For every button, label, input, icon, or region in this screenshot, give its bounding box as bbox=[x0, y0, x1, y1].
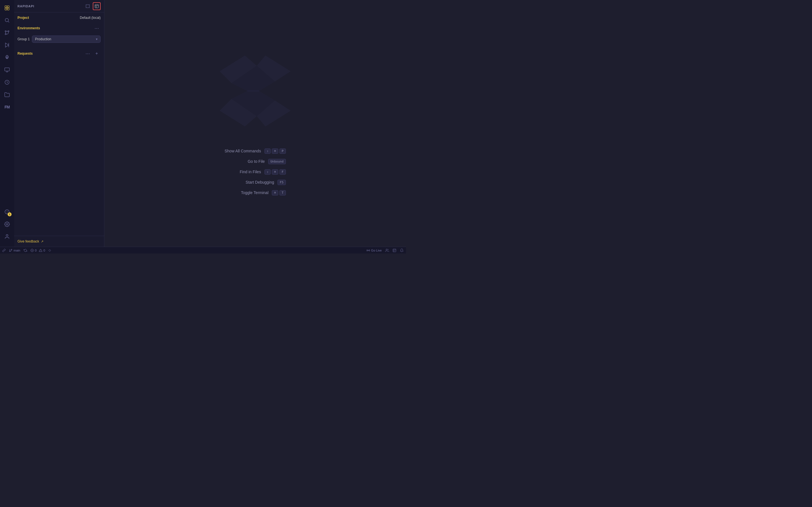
key-cmd: ⌘ bbox=[272, 149, 278, 154]
sidebar-content: Project Default (local) Environments ⋯ G… bbox=[14, 12, 104, 236]
go-live-button[interactable]: Go Live bbox=[366, 249, 382, 252]
notification-badge: 1 bbox=[8, 212, 11, 216]
svg-marker-9 bbox=[5, 43, 9, 47]
vscode-logo bbox=[216, 52, 295, 131]
shortcut-go-to-file: Go to File Unbound bbox=[248, 159, 286, 164]
project-label: Project bbox=[17, 16, 29, 20]
key-cmd-2: ⌘ bbox=[272, 169, 278, 175]
activity-icon-clock[interactable] bbox=[1, 76, 13, 88]
environments-more-button[interactable]: ⋯ bbox=[93, 24, 101, 32]
svg-point-30 bbox=[386, 249, 388, 250]
key-p: P bbox=[280, 149, 286, 154]
shortcut-find-files: Find in Files ⇧ ⌘ F bbox=[240, 169, 286, 175]
shortcut-terminal: Toggle Terminal ⌘ T bbox=[241, 190, 286, 195]
sidebar-icon-new-tab[interactable] bbox=[93, 2, 101, 10]
activity-icon-settings[interactable] bbox=[1, 219, 13, 230]
give-feedback-link[interactable]: Give feedback ↗ bbox=[17, 239, 101, 243]
project-row: Project Default (local) bbox=[17, 16, 101, 20]
error-count: 0 bbox=[35, 249, 37, 252]
key-shift: ⇧ bbox=[264, 149, 271, 154]
notification-wrapper: 1 bbox=[1, 206, 13, 217]
activity-bar: FM 1 bbox=[0, 0, 14, 247]
key-f5: F5 bbox=[277, 180, 286, 185]
diamond-icon: ◇ bbox=[49, 248, 51, 252]
environment-dropdown[interactable]: Production ▾ bbox=[32, 36, 101, 43]
go-live-label: Go Live bbox=[371, 249, 382, 252]
svg-point-18 bbox=[6, 224, 8, 225]
activity-icon-folder[interactable] bbox=[1, 89, 13, 100]
activity-icon-rapidapi[interactable] bbox=[1, 2, 13, 13]
give-feedback-row: Give feedback ↗ bbox=[14, 236, 104, 247]
svg-point-4 bbox=[5, 18, 8, 22]
give-feedback-label: Give feedback bbox=[17, 239, 39, 243]
requests-add-button[interactable]: + bbox=[93, 50, 101, 57]
shortcut-keys-3: F5 bbox=[277, 180, 286, 185]
status-remote-icon[interactable] bbox=[2, 249, 6, 252]
activity-icon-git[interactable] bbox=[1, 27, 13, 38]
svg-point-29 bbox=[368, 250, 368, 251]
svg-point-8 bbox=[5, 34, 6, 35]
sidebar-title: RAPIDAPI bbox=[17, 4, 35, 8]
svg-point-23 bbox=[10, 251, 10, 251]
status-sync[interactable] bbox=[24, 249, 27, 252]
requests-actions: ⋯ + bbox=[84, 50, 101, 57]
svg-rect-11 bbox=[5, 68, 10, 71]
shortcut-keys-0: ⇧ ⌘ P bbox=[264, 149, 286, 154]
env-group-label: Group 1 bbox=[17, 37, 30, 41]
shortcut-show-commands: Show All Commands ⇧ ⌘ P bbox=[224, 149, 286, 154]
activity-icon-notification[interactable] bbox=[1, 206, 13, 217]
svg-point-19 bbox=[6, 235, 8, 237]
requests-label: Requests bbox=[17, 52, 33, 55]
shortcut-label-0: Show All Commands bbox=[224, 149, 261, 153]
status-branch[interactable]: main bbox=[9, 249, 20, 252]
svg-rect-0 bbox=[5, 6, 7, 8]
sidebar-header: RAPIDAPI bbox=[14, 0, 104, 12]
status-layout[interactable] bbox=[393, 248, 396, 252]
svg-rect-1 bbox=[7, 6, 9, 8]
shortcuts-list: Show All Commands ⇧ ⌘ P Go to File Unbou… bbox=[224, 149, 286, 195]
status-accounts[interactable] bbox=[385, 248, 389, 252]
key-f: F bbox=[280, 169, 286, 175]
requests-more-button[interactable]: ⋯ bbox=[84, 50, 92, 57]
env-dropdown-value: Production bbox=[35, 37, 51, 41]
status-bar: main 0 0 ◇ bbox=[0, 247, 406, 253]
svg-point-17 bbox=[7, 213, 7, 213]
svg-rect-31 bbox=[393, 249, 396, 252]
status-errors[interactable]: 0 0 bbox=[31, 249, 45, 252]
key-cmd-3: ⌘ bbox=[272, 190, 278, 195]
svg-point-22 bbox=[11, 249, 12, 250]
sidebar-header-icons bbox=[84, 2, 101, 10]
activity-icon-search[interactable] bbox=[1, 15, 13, 26]
shortcut-label-1: Go to File bbox=[248, 159, 265, 164]
status-bell[interactable] bbox=[400, 248, 404, 252]
main-content: Show All Commands ⇧ ⌘ P Go to File Unbou… bbox=[104, 0, 406, 247]
status-left: main 0 0 ◇ bbox=[2, 248, 51, 252]
svg-rect-2 bbox=[5, 8, 7, 10]
svg-point-6 bbox=[5, 31, 6, 32]
shortcut-debug: Start Debugging F5 bbox=[246, 180, 286, 185]
activity-icon-monitor[interactable] bbox=[1, 64, 13, 75]
environments-section-row: Environments ⋯ bbox=[17, 24, 101, 32]
shortcut-label-2: Find in Files bbox=[240, 170, 261, 174]
svg-rect-20 bbox=[95, 4, 98, 8]
activity-bottom: 1 bbox=[1, 206, 13, 244]
status-right: Go Live bbox=[366, 248, 404, 252]
svg-rect-3 bbox=[7, 8, 9, 10]
svg-point-7 bbox=[8, 31, 9, 32]
key-unbound: Unbound bbox=[268, 159, 286, 164]
warning-count: 0 bbox=[43, 249, 45, 252]
sidebar: RAPIDAPI Project bbox=[14, 0, 104, 247]
activity-icon-run[interactable] bbox=[1, 40, 13, 51]
requests-section-row: Requests ⋯ + bbox=[17, 50, 101, 57]
key-t: T bbox=[280, 190, 286, 195]
activity-icon-user[interactable] bbox=[1, 231, 13, 242]
environments-label: Environments bbox=[17, 26, 40, 30]
shortcut-keys-4: ⌘ T bbox=[272, 190, 286, 195]
env-group-row: Group 1 Production ▾ bbox=[17, 36, 101, 43]
activity-icon-settings-gear[interactable] bbox=[1, 52, 13, 63]
chevron-down-icon: ▾ bbox=[96, 37, 98, 41]
status-diamond[interactable]: ◇ bbox=[49, 248, 51, 252]
sidebar-icon-library[interactable] bbox=[84, 2, 92, 10]
shortcut-label-4: Toggle Terminal bbox=[241, 190, 268, 195]
activity-icon-fm[interactable]: FM bbox=[1, 101, 13, 113]
